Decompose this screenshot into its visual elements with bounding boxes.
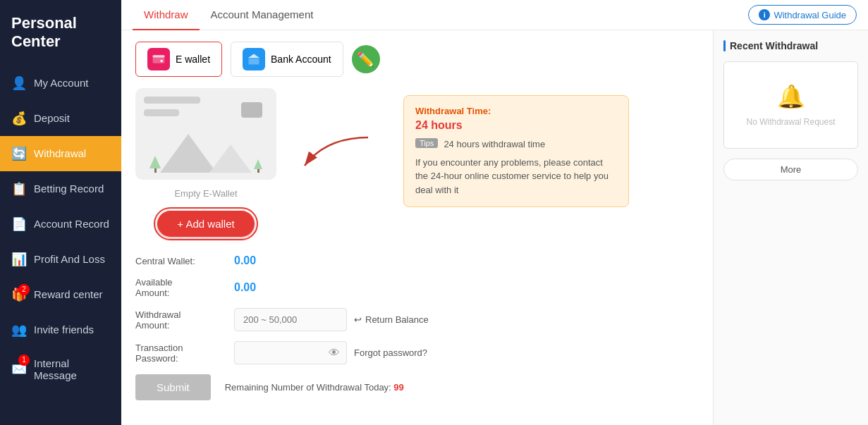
sidebar: PersonalCenter 👤 My Account 💰 Deposit 🔄 …: [0, 0, 121, 425]
wallet-line-1: [144, 97, 200, 104]
profit-loss-icon: 📊: [11, 252, 27, 267]
form-section: Central Wallet: 0.00 AvailableAmount: 0.…: [135, 254, 699, 400]
sidebar-item-account-record[interactable]: 📄 Account Record: [0, 207, 121, 242]
recent-withdrawal-title: Recent Withdrawal: [723, 40, 858, 51]
sidebar-item-withdrawal[interactable]: 🔄 Withdrawal: [0, 136, 121, 171]
payment-tab-ewallet[interactable]: E wallet: [135, 42, 222, 77]
arrow-svg: [298, 130, 382, 173]
return-balance-label: Return Balance: [365, 314, 429, 325]
tree-left: [149, 156, 161, 173]
tab-account-management[interactable]: Account Management: [200, 0, 325, 30]
no-withdrawal-icon: 🔔: [777, 83, 805, 110]
withdrawal-time-label: Withdrawal Time:: [415, 106, 617, 116]
sidebar-item-my-account[interactable]: 👤 My Account: [0, 66, 121, 101]
svg-rect-1: [153, 55, 165, 57]
betting-record-icon: 📋: [11, 181, 27, 197]
add-wallet-border: + Add wallet: [154, 207, 257, 240]
tab-withdraw[interactable]: Withdraw: [133, 0, 200, 30]
return-balance-button[interactable]: ↩ Return Balance: [354, 314, 429, 325]
main-content: E wallet Bank Account ✏️: [121, 30, 713, 425]
svg-rect-3: [249, 58, 259, 64]
sidebar-item-label: My Account: [34, 77, 89, 89]
wallet-line-2: [144, 109, 179, 116]
sidebar-item-deposit[interactable]: 💰 Deposit: [0, 101, 121, 136]
message-badge: 1: [18, 355, 30, 366]
eye-icon[interactable]: 👁: [329, 347, 340, 359]
tips-row: Tips 24 hours withdrawal time: [415, 137, 617, 152]
tips-time-text: 24 hours withdrawal time: [444, 137, 545, 152]
invite-friends-icon: 👥: [11, 322, 27, 338]
wallet-visual: Empty E-Wallet + Add wallet: [135, 88, 276, 240]
remaining-text: Remaining Number of Withdrawal Today: 99: [225, 382, 404, 393]
mountain-small: [209, 144, 252, 173]
add-method-icon-symbol: ✏️: [357, 51, 374, 68]
withdrawal-guide-button[interactable]: i Withdrawal Guide: [748, 5, 857, 25]
ewallet-label: E wallet: [176, 54, 210, 65]
available-amount-row: AvailableAmount: 0.00: [135, 277, 699, 298]
withdrawal-amount-row: WithdrawalAmount: ↩ Return Balance: [135, 308, 699, 331]
add-wallet-btn-label: + Add wallet: [177, 218, 234, 230]
content-area: E wallet Bank Account ✏️: [121, 30, 868, 425]
sidebar-item-label: Reward center: [34, 288, 103, 300]
submit-button[interactable]: Submit: [135, 374, 211, 400]
sidebar-item-label: Profit And Loss: [34, 253, 105, 265]
deposit-icon: 💰: [11, 111, 27, 126]
sidebar-item-invite-friends[interactable]: 👥 Invite friends: [0, 312, 121, 347]
forgot-password-link[interactable]: Forgot password?: [354, 347, 427, 358]
arrow-container: [298, 130, 382, 173]
tips-badge: Tips: [415, 138, 438, 148]
sidebar-item-label: Account Record: [34, 218, 109, 230]
empty-wallet-label: Empty E-Wallet: [174, 188, 237, 199]
withdrawal-amount-input[interactable]: [234, 308, 347, 331]
title-bar: [723, 40, 726, 51]
withdrawal-icon: 🔄: [11, 146, 27, 161]
sidebar-item-label: Internal Message: [34, 357, 110, 381]
sidebar-item-reward-center[interactable]: 2 🎁 Reward center: [0, 277, 121, 312]
sidebar-item-label: Withdrawal: [34, 147, 86, 159]
no-withdrawal-text: No Withdrawal Request: [746, 117, 835, 127]
add-wallet-button[interactable]: + Add wallet: [157, 211, 254, 237]
payment-tab-bank[interactable]: Bank Account: [231, 42, 343, 77]
sidebar-item-label: Invite friends: [34, 324, 94, 335]
payment-tabs: E wallet Bank Account ✏️: [135, 42, 699, 77]
right-panel: Recent Withdrawal 🔔 No Withdrawal Reques…: [713, 30, 868, 425]
more-button[interactable]: More: [723, 159, 858, 180]
my-account-icon: 👤: [11, 75, 27, 91]
remaining-label: Remaining Number of Withdrawal Today:: [225, 382, 391, 393]
reward-badge: 2: [18, 284, 30, 295]
available-amount-label: AvailableAmount:: [135, 277, 227, 298]
add-method-button[interactable]: ✏️: [352, 45, 380, 73]
bank-label: Bank Account: [271, 54, 331, 65]
sidebar-item-label: Deposit: [34, 112, 70, 124]
wallet-chip: [241, 102, 262, 118]
ewallet-icon: [147, 48, 170, 70]
central-wallet-label: Central Wallet:: [135, 256, 227, 266]
sidebar-item-profit-loss[interactable]: 📊 Profit And Loss: [0, 242, 121, 277]
tips-description: If you encounter any problems, please co…: [415, 156, 617, 197]
no-withdrawal-box: 🔔 No Withdrawal Request: [723, 61, 858, 149]
submit-row: Submit Remaining Number of Withdrawal To…: [135, 374, 699, 400]
info-icon: i: [759, 9, 770, 20]
available-amount-value: 0.00: [234, 281, 256, 294]
sidebar-title: PersonalCenter: [0, 0, 121, 66]
mountain-big: [160, 134, 216, 173]
sidebar-item-label: Betting Record: [34, 183, 104, 195]
central-wallet-value: 0.00: [234, 254, 256, 267]
central-wallet-row: Central Wallet: 0.00: [135, 254, 699, 267]
account-record-icon: 📄: [11, 216, 27, 232]
sidebar-item-internal-message[interactable]: 1 ✉️ Internal Message: [0, 347, 121, 391]
remaining-count: 99: [393, 382, 403, 393]
svg-marker-4: [248, 54, 260, 58]
transaction-password-row: TransactionPassword: 👁 Forgot password?: [135, 341, 699, 364]
svg-point-2: [161, 60, 163, 62]
withdrawal-info-box: Withdrawal Time: 24 hours Tips 24 hours …: [403, 95, 629, 207]
wallet-scenery: [135, 134, 276, 173]
main-area: Withdraw Account Management i Withdrawal…: [121, 0, 868, 425]
return-icon: ↩: [354, 314, 362, 325]
top-tabs: Withdraw Account Management i Withdrawal…: [121, 0, 868, 30]
wallet-illustration: [135, 88, 276, 180]
bank-icon: [243, 48, 265, 70]
password-wrapper: 👁: [234, 341, 347, 364]
sidebar-item-betting-record[interactable]: 📋 Betting Record: [0, 171, 121, 207]
withdrawal-info-container: Withdrawal Time: 24 hours Tips 24 hours …: [403, 95, 629, 207]
